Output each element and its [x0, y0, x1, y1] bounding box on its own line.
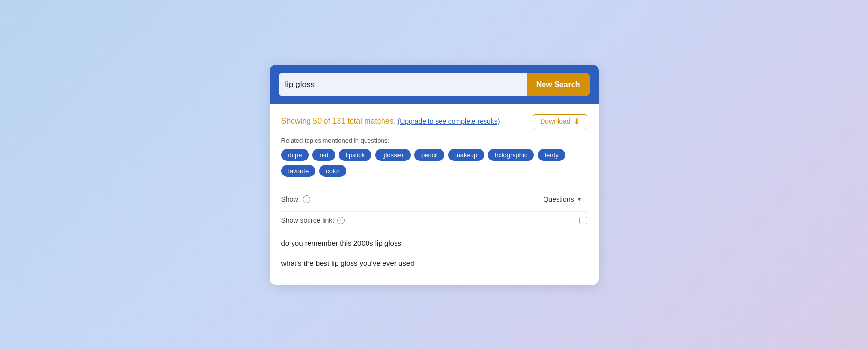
topic-tag-glossier[interactable]: glossier	[375, 149, 411, 161]
dropdown-value: Questions	[543, 195, 574, 203]
topics-container: dupe red lipstick glossier pencil makeup…	[281, 149, 587, 177]
show-label: Show: i	[281, 195, 311, 203]
topic-tag-fenty[interactable]: fenty	[538, 149, 565, 161]
search-input[interactable]	[279, 73, 527, 96]
question-text-2: what's the best lip gloss you've ever us…	[281, 259, 414, 267]
topic-tag-pencil[interactable]: pencil	[414, 149, 444, 161]
download-button[interactable]: Download ⬇	[533, 114, 587, 129]
topic-tag-makeup[interactable]: makeup	[448, 149, 484, 161]
source-info-icon[interactable]: i	[337, 217, 345, 224]
source-link-checkbox[interactable]	[579, 217, 587, 224]
results-summary: Showing 50 of 131 total matches. (Upgrad…	[281, 117, 500, 126]
results-line: Showing 50 of 131 total matches. (Upgrad…	[281, 114, 587, 129]
question-item-2: what's the best lip gloss you've ever us…	[281, 253, 587, 273]
topic-tag-holographic[interactable]: holographic	[488, 149, 534, 161]
topic-tag-lipstick[interactable]: lipstick	[339, 149, 371, 161]
source-link-text: Show source link:	[281, 217, 335, 224]
download-icon: ⬇	[574, 117, 580, 126]
download-label: Download	[540, 117, 570, 125]
source-link-row: Show source link: i	[281, 211, 587, 229]
questions-list: do you remember this 2000s lip gloss wha…	[281, 233, 587, 273]
content-area: Showing 50 of 131 total matches. (Upgrad…	[270, 104, 599, 285]
question-text-1: do you remember this 2000s lip gloss	[281, 239, 401, 247]
new-search-button[interactable]: New Search	[527, 73, 590, 96]
search-bar: New Search	[270, 65, 599, 104]
source-link-label: Show source link: i	[281, 217, 345, 224]
main-card: New Search Showing 50 of 131 total match…	[270, 65, 599, 285]
topic-tag-red[interactable]: red	[312, 149, 335, 161]
question-item-1: do you remember this 2000s lip gloss	[281, 233, 587, 253]
topic-tag-dupe[interactable]: dupe	[281, 149, 309, 161]
topic-tag-favorite[interactable]: favorite	[281, 165, 316, 177]
questions-dropdown[interactable]: Questions ▾	[537, 192, 587, 206]
results-count: Showing 50 of 131 total matches.	[281, 117, 396, 125]
show-info-icon[interactable]: i	[303, 195, 310, 203]
topic-tag-color[interactable]: color	[319, 165, 346, 177]
upgrade-link[interactable]: (Upgrade to see complete results)	[398, 117, 500, 125]
show-text: Show:	[281, 195, 300, 203]
chevron-down-icon: ▾	[578, 196, 581, 203]
show-row: Show: i Questions ▾	[281, 187, 587, 211]
related-topics-label: Related topics mentioned in questions:	[281, 137, 587, 144]
